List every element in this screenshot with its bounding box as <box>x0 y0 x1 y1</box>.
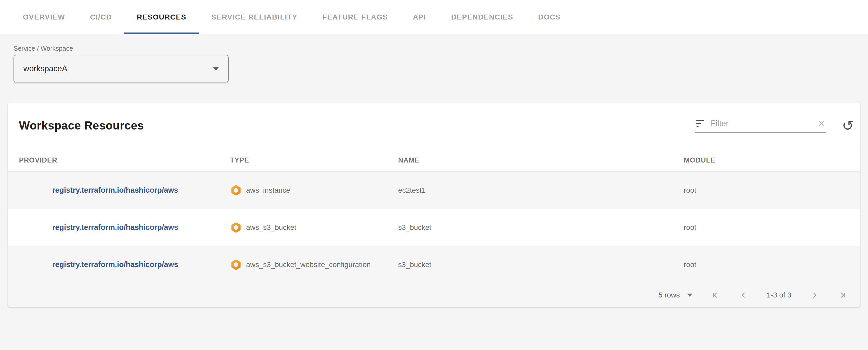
card-header: Workspace Resources <box>8 103 860 149</box>
chevron-right-icon <box>809 290 819 300</box>
table-row: registry.terraform.io/hashicorp/aws aws_… <box>8 209 860 246</box>
workspace-resources-card: Workspace Resources <box>8 102 860 307</box>
workspace-select-label: Service / Workspace <box>13 45 860 52</box>
tab-dependencies[interactable]: DEPENDENCIES <box>439 0 526 34</box>
last-page-icon <box>838 290 847 300</box>
resource-module: root <box>684 261 696 269</box>
filter-area: ↺ <box>695 118 854 133</box>
tab-docs[interactable]: DOCS <box>526 0 573 34</box>
resource-type: aws_instance <box>246 186 290 195</box>
workspace-select[interactable]: workspaceA <box>13 55 229 82</box>
page-content: Service / Workspace workspaceA Workspace… <box>0 45 868 307</box>
pagination-range-label: 1-3 of 3 <box>767 291 791 299</box>
first-page-icon <box>711 290 720 300</box>
provider-link[interactable]: registry.terraform.io/hashicorp/aws <box>52 260 178 269</box>
previous-page-button[interactable] <box>739 290 748 300</box>
resource-name: s3_bucket <box>398 223 431 231</box>
card-title: Workspace Resources <box>19 119 144 132</box>
table-footer: 5 rows 1-3 of 3 <box>8 283 860 307</box>
tab-resources[interactable]: RESOURCES <box>124 0 199 34</box>
refresh-button[interactable]: ↺ <box>842 119 854 133</box>
filter-icon <box>695 118 705 129</box>
filter-input-wrap <box>695 118 826 133</box>
refresh-icon: ↺ <box>842 119 854 133</box>
tab-service-reliability[interactable]: SERVICE RELIABILITY <box>199 0 310 34</box>
chevron-down-icon <box>213 67 219 70</box>
filter-input[interactable] <box>711 119 817 128</box>
resource-type: aws_s3_bucket <box>246 223 296 232</box>
resource-type: aws_s3_bucket_website_configuration <box>246 261 371 269</box>
chevron-down-icon <box>687 294 692 297</box>
tab-api[interactable]: API <box>401 0 439 34</box>
tab-feature-flags[interactable]: FEATURE FLAGS <box>310 0 400 34</box>
resource-module: root <box>684 223 696 231</box>
first-page-button[interactable] <box>711 290 720 300</box>
tab-cicd[interactable]: CI/CD <box>78 0 124 34</box>
rows-per-page-value: 5 rows <box>658 291 680 299</box>
last-page-button[interactable] <box>838 290 847 300</box>
provider-link[interactable]: registry.terraform.io/hashicorp/aws <box>52 186 178 194</box>
resource-name: ec2test1 <box>398 186 426 194</box>
aws-provider-icon <box>230 259 242 271</box>
column-header-name: NAME <box>398 156 684 164</box>
close-icon <box>817 119 826 128</box>
table-row: registry.terraform.io/hashicorp/aws aws_… <box>8 172 860 209</box>
workspace-select-value: workspaceA <box>23 64 67 73</box>
table-header-row: PROVIDER TYPE NAME MODULE <box>8 149 860 172</box>
tab-overview[interactable]: OVERVIEW <box>10 0 78 34</box>
provider-link[interactable]: registry.terraform.io/hashicorp/aws <box>52 223 178 231</box>
aws-provider-icon <box>230 222 242 234</box>
column-header-type: TYPE <box>230 156 398 164</box>
column-header-provider: PROVIDER <box>8 156 230 164</box>
table-row: registry.terraform.io/hashicorp/aws aws_… <box>8 246 860 283</box>
column-header-module: MODULE <box>684 156 860 164</box>
resource-module: root <box>684 186 696 194</box>
tab-bar: OVERVIEW CI/CD RESOURCES SERVICE RELIABI… <box>0 0 868 34</box>
resource-name: s3_bucket <box>398 261 431 269</box>
chevron-left-icon <box>739 290 748 300</box>
clear-filter-button[interactable] <box>817 119 826 128</box>
aws-provider-icon <box>230 184 242 196</box>
next-page-button[interactable] <box>809 290 819 300</box>
rows-per-page-select[interactable]: 5 rows <box>658 291 692 299</box>
